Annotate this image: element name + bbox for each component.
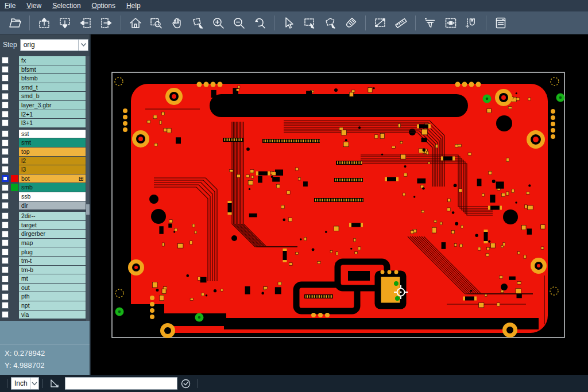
menu-options[interactable]: Options xyxy=(92,2,122,10)
layer-checkbox[interactable] xyxy=(2,193,9,200)
layer-label[interactable]: ssb xyxy=(19,192,86,201)
layer-label[interactable]: bfsmt xyxy=(19,65,86,74)
layer-label[interactable]: top xyxy=(19,148,86,156)
layer-checkbox[interactable] xyxy=(2,302,9,309)
shift-left-button[interactable] xyxy=(75,14,96,32)
command-input[interactable] xyxy=(65,377,177,390)
layer-color-swatch[interactable] xyxy=(11,175,18,183)
layer-checkbox[interactable] xyxy=(2,239,9,246)
layer-checkbox[interactable] xyxy=(2,284,9,291)
layer-label[interactable]: tm-t xyxy=(19,257,86,265)
layer-label[interactable]: mt xyxy=(19,274,86,283)
step-select[interactable]: orig xyxy=(20,39,88,51)
open-file-button[interactable] xyxy=(5,14,25,32)
layer-checkbox[interactable] xyxy=(2,139,9,146)
zoom-window-button[interactable] xyxy=(146,14,167,32)
layer-label[interactable]: smd_t xyxy=(19,83,86,92)
layer-label[interactable]: 2dir-- xyxy=(19,212,86,220)
layer-label[interactable]: layer_3.gbr xyxy=(19,101,86,110)
menu-file[interactable]: File xyxy=(5,2,22,10)
layer-label[interactable]: smb xyxy=(19,183,86,192)
layer-checkbox[interactable] xyxy=(2,212,9,219)
select-rect-button[interactable] xyxy=(299,14,320,32)
menu-help[interactable]: Help xyxy=(126,2,147,10)
layer-checkbox[interactable] xyxy=(2,148,9,155)
layer-label[interactable]: smd_b xyxy=(19,92,86,100)
layer-checkbox[interactable] xyxy=(2,249,9,255)
layer-label[interactable]: npt xyxy=(19,301,86,310)
grid-icon[interactable]: ⊞ xyxy=(79,176,84,181)
menu-view[interactable]: View xyxy=(26,2,48,10)
chevron-down-icon[interactable] xyxy=(30,378,38,389)
layer-label[interactable]: dirgerber xyxy=(19,230,86,238)
layer-label[interactable]: l2 xyxy=(19,157,86,165)
layer-checkbox[interactable] xyxy=(2,311,9,318)
select-polygon-button[interactable] xyxy=(320,14,341,32)
angle-measure-button[interactable] xyxy=(49,378,61,389)
shift-up-button[interactable] xyxy=(34,14,55,32)
menu-selection[interactable]: Selection xyxy=(52,2,87,10)
layer-label[interactable]: l2+1 xyxy=(19,110,86,119)
layer-label[interactable]: via xyxy=(19,311,86,319)
home-view-button[interactable] xyxy=(125,14,146,32)
layer-checkbox[interactable] xyxy=(2,119,9,126)
layer-list-scrollbar[interactable] xyxy=(86,56,90,321)
layer-checkbox[interactable] xyxy=(2,266,9,273)
shift-right-button[interactable] xyxy=(96,14,117,32)
clear-brush-button[interactable] xyxy=(341,14,361,32)
layer-checkbox[interactable] xyxy=(2,111,9,118)
layer-checkbox[interactable] xyxy=(2,166,9,173)
snap-magnet-button[interactable] xyxy=(461,14,482,32)
layer-checkbox[interactable] xyxy=(2,293,9,300)
scrollbar-thumb[interactable] xyxy=(86,204,90,215)
pcb-canvas[interactable] xyxy=(91,34,588,375)
layers-panel-button[interactable] xyxy=(490,14,511,32)
select-cursor-button[interactable] xyxy=(278,14,299,32)
zoom-out-button[interactable] xyxy=(229,14,249,32)
layer-checkbox[interactable] xyxy=(2,175,9,182)
zoom-in-button[interactable] xyxy=(208,14,229,32)
zoom-object-button[interactable] xyxy=(187,14,208,32)
layer-checkbox[interactable] xyxy=(2,130,9,137)
zoom-previous-button[interactable] xyxy=(249,14,270,32)
chevron-down-icon[interactable] xyxy=(78,40,88,51)
toolbar-separator xyxy=(29,15,30,30)
layer-color-swatch[interactable] xyxy=(11,184,18,191)
layer-checkbox[interactable] xyxy=(2,257,9,264)
layer-checkbox[interactable] xyxy=(2,57,9,64)
layer-checkbox[interactable] xyxy=(2,157,9,164)
layer-label[interactable]: target xyxy=(19,221,86,230)
layer-checkbox[interactable] xyxy=(2,84,9,91)
layer-label[interactable]: l3 xyxy=(19,165,86,174)
layer-label[interactable]: out xyxy=(19,284,86,292)
unit-select[interactable]: Inch xyxy=(11,377,39,390)
layer-label[interactable]: bot⊞ xyxy=(19,174,86,183)
layer-color-swatch xyxy=(11,293,18,300)
filter-button[interactable] xyxy=(420,14,440,32)
layer-label[interactable]: bfsmb xyxy=(19,74,86,83)
measure-ruler-button[interactable] xyxy=(390,14,411,32)
layer-label[interactable]: pth xyxy=(19,292,86,301)
layer-label[interactable]: l3+1 xyxy=(19,119,86,127)
layer-label[interactable]: sst xyxy=(19,130,86,138)
layer-label[interactable]: plug xyxy=(19,247,86,256)
pan-hand-button[interactable] xyxy=(167,14,187,32)
layer-checkbox[interactable] xyxy=(2,222,9,228)
highlight-view-button[interactable] xyxy=(440,14,461,32)
measure-point-button[interactable] xyxy=(370,14,390,32)
layer-checkbox[interactable] xyxy=(2,66,9,73)
layer-checkbox[interactable] xyxy=(2,275,9,282)
shift-down-button[interactable] xyxy=(55,14,75,32)
layer-checkbox[interactable] xyxy=(2,184,9,191)
refresh-button[interactable] xyxy=(180,378,191,389)
layer-checkbox[interactable] xyxy=(2,102,9,108)
layer-checkbox[interactable] xyxy=(2,231,9,238)
layer-label[interactable]: smt xyxy=(19,138,86,147)
layer-checkbox[interactable] xyxy=(2,75,9,81)
layer-label[interactable]: fx xyxy=(19,56,86,65)
layer-label[interactable]: dir xyxy=(19,201,86,210)
layer-checkbox[interactable] xyxy=(2,202,9,209)
layer-label[interactable]: map xyxy=(19,239,86,247)
layer-checkbox[interactable] xyxy=(2,93,9,100)
layer-label[interactable]: tm-b xyxy=(19,266,86,274)
